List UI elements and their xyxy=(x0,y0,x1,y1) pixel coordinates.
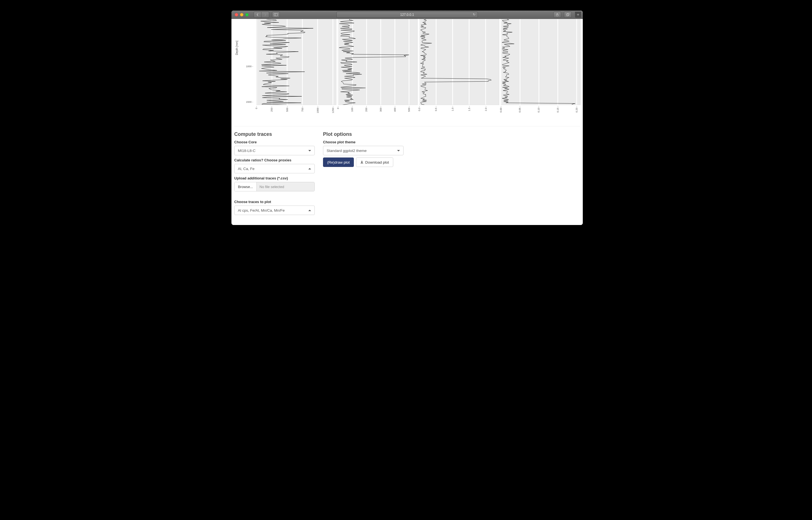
x-tick-group: 0 -100 -200 -300 -400 -500 - xyxy=(338,106,418,120)
plot-panels xyxy=(256,19,581,105)
plot-panel xyxy=(419,19,499,105)
new-tab-button[interactable]: + xyxy=(575,12,581,18)
refresh-icon[interactable]: ↻ xyxy=(473,13,475,17)
share-icon[interactable] xyxy=(553,12,561,18)
y-tick: 1500 - xyxy=(246,101,253,103)
back-button[interactable] xyxy=(254,12,261,18)
x-tick-group: 0 -250 -500 -750 -1000 -1250 - xyxy=(256,106,336,120)
choose-traces-value: Al cps, Fe/Al, Mn/Ca, Mn/Fe xyxy=(238,208,285,212)
browser-window: ① 127.0.0.1 ↻ + Depth [mm] 1000 -1500 - xyxy=(231,10,583,225)
url-bar[interactable]: 127.0.0.1 ↻ xyxy=(336,12,478,18)
controls-row: Compute traces Choose Core MI18-L8-C Cal… xyxy=(231,126,583,223)
x-tick: 1250 - xyxy=(332,106,334,113)
x-tick: 0.10 - xyxy=(537,106,540,112)
download-icon xyxy=(360,160,364,164)
nav-buttons xyxy=(254,12,269,18)
choose-traces-select[interactable]: Al cps, Fe/Al, Mn/Ca, Mn/Fe xyxy=(234,206,315,215)
forward-button[interactable] xyxy=(261,12,269,18)
x-tick: 0.20 - xyxy=(575,106,578,112)
y-axis-ticks: 1000 -1500 - xyxy=(240,19,254,105)
x-tick: 0 - xyxy=(255,106,258,109)
redraw-button[interactable]: (Re)draw plot xyxy=(323,157,354,167)
choose-core-label: Choose Core xyxy=(234,140,315,144)
x-tick: 1000 - xyxy=(316,106,319,113)
y-tick: 1000 - xyxy=(246,65,253,68)
window-controls xyxy=(235,13,249,17)
close-window-button[interactable] xyxy=(235,13,238,17)
x-tick: 750 - xyxy=(301,106,304,112)
x-tick: 0.0 - xyxy=(418,106,421,111)
plot-panel xyxy=(256,19,336,105)
svg-rect-3 xyxy=(566,14,569,16)
x-tick: 0.05 - xyxy=(519,106,521,112)
page-content: Depth [mm] 1000 -1500 - 0 -250 -500 -750… xyxy=(231,19,583,225)
x-tick: 100 - xyxy=(351,106,354,112)
choose-traces-label: Choose traces to plot xyxy=(234,200,315,204)
maximize-window-button[interactable] xyxy=(245,13,249,17)
browser-titlebar: ① 127.0.0.1 ↻ + xyxy=(231,10,583,19)
x-tick: 0.00 - xyxy=(500,106,502,112)
ratios-select[interactable]: Al, Ca, Fe xyxy=(234,164,315,173)
file-input: Browse... No file selected xyxy=(234,182,315,191)
plot-options-heading: Plot options xyxy=(323,131,403,137)
x-tick-group: 0.0 -0.5 -1.0 -1.5 -2.0 - xyxy=(419,106,499,120)
url-text: 127.0.0.1 xyxy=(400,13,414,17)
compute-column: Compute traces Choose Core MI18-L8-C Cal… xyxy=(234,129,315,215)
x-tick: 1.0 - xyxy=(451,106,454,111)
x-tick: 2.0 - xyxy=(484,106,487,111)
choose-theme-label: Choose plot theme xyxy=(323,140,403,144)
x-tick: 250 - xyxy=(270,106,273,112)
x-tick: 0 - xyxy=(337,106,339,109)
x-tick: 0.5 - xyxy=(435,106,437,111)
svg-rect-0 xyxy=(274,13,278,16)
chevron-up-icon xyxy=(308,210,311,211)
choose-core-value: MI18-L8-C xyxy=(238,149,256,153)
download-button[interactable]: Download plot xyxy=(356,157,393,167)
ratios-label: Calculate ratios? Choose proxies xyxy=(234,158,315,162)
choose-core-select[interactable]: MI18-L8-C xyxy=(234,146,315,155)
upload-label: Upload additional traces (*.csv) xyxy=(234,176,315,180)
browse-button[interactable]: Browse... xyxy=(234,182,257,191)
y-axis-label: Depth [mm] xyxy=(235,41,239,55)
download-label: Download plot xyxy=(365,160,389,164)
file-placeholder: No file selected xyxy=(257,182,314,191)
ratios-value: Al, Ca, Fe xyxy=(238,167,254,171)
minimize-window-button[interactable] xyxy=(240,13,243,17)
chevron-up-icon xyxy=(308,168,311,170)
plot-panel xyxy=(338,19,418,105)
plot-options-column: Plot options Choose plot theme Standard … xyxy=(323,129,403,215)
x-tick: 1.5 - xyxy=(468,106,471,111)
x-tick-group: 0.00 -0.05 -0.10 -0.15 -0.20 - xyxy=(501,106,581,120)
choose-theme-select[interactable]: Standard ggplot2 theme xyxy=(323,146,403,155)
x-tick: 400 - xyxy=(393,106,396,112)
svg-rect-4 xyxy=(567,13,569,16)
x-tick: 500 - xyxy=(286,106,289,112)
x-tick: 0.15 - xyxy=(556,106,559,112)
sidebar-toggle-icon[interactable] xyxy=(272,12,280,18)
tabs-icon[interactable] xyxy=(564,12,572,18)
choose-theme-value: Standard ggplot2 theme xyxy=(327,149,367,153)
chevron-down-icon xyxy=(308,150,311,151)
compute-traces-heading: Compute traces xyxy=(234,131,315,137)
x-tick: 500 - xyxy=(408,106,411,112)
plot-area: Depth [mm] 1000 -1500 - 0 -250 -500 -750… xyxy=(231,19,583,122)
chevron-down-icon xyxy=(397,150,400,151)
redraw-label: (Re)draw plot xyxy=(327,160,350,164)
x-tick: 200 - xyxy=(365,106,368,112)
plot-panel xyxy=(501,19,581,105)
x-axis-ticks: 0 -250 -500 -750 -1000 -1250 -0 -100 -20… xyxy=(256,106,581,120)
x-tick: 300 - xyxy=(380,106,382,112)
